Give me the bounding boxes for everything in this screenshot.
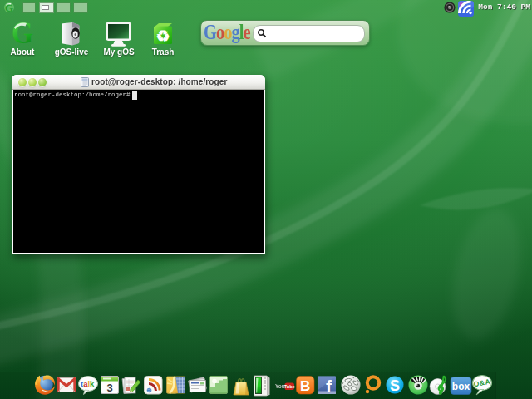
svg-text:box: box (452, 381, 470, 392)
svg-text:talk: talk (81, 379, 95, 388)
svg-text:Tube: Tube (284, 384, 295, 389)
svg-text:B: B (300, 378, 310, 394)
svg-text:S: S (390, 377, 400, 394)
svg-text:3: 3 (106, 382, 112, 394)
svg-text:♻: ♻ (155, 27, 170, 45)
svg-text:f: f (326, 377, 332, 396)
